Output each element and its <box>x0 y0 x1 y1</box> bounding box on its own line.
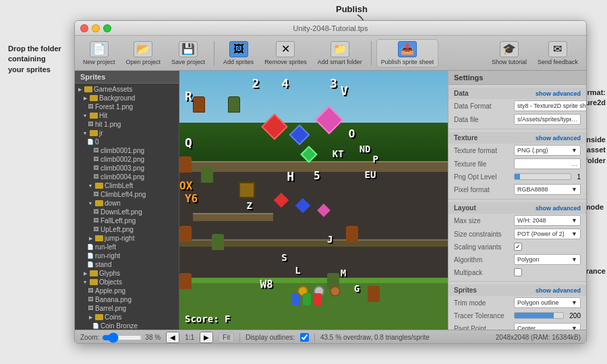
settings-data-file-value[interactable]: s/Assets/sprites/typehari … <box>514 114 581 125</box>
tree-item[interactable]: 🖼Forest 1.png <box>75 102 179 111</box>
tree-item-icon: 🖼 <box>86 297 95 303</box>
tree-item[interactable]: ▶GameAssets <box>75 85 179 94</box>
tree-item[interactable]: ▼Hit <box>75 111 179 120</box>
sprites-panel: Sprites ▶GameAssets▶Background🖼Forest 1.… <box>75 71 179 330</box>
settings-texture-file-row: Texture file … <box>449 157 586 171</box>
settings-sprites-label: Sprites <box>454 286 477 294</box>
tree-item-label: Coin Bronze <box>100 322 179 330</box>
tree-item[interactable]: 🖼hit 1.png <box>75 120 179 129</box>
settings-texture-format-value[interactable]: PNG (.png) ▼ <box>514 145 581 156</box>
canvas-letter-w8: W8 <box>260 278 272 291</box>
settings-max-size-value[interactable]: W/H: 2048 ▼ <box>514 215 581 226</box>
tree-item-icon: 🖼 <box>91 165 100 171</box>
settings-data-format-value[interactable]: sty8 - Texture2D sprite she ▼ <box>514 100 586 111</box>
settings-pivot-value[interactable]: Center ▼ <box>514 323 581 330</box>
tree-item[interactable]: 🖼UpLeft.png <box>75 225 179 234</box>
tree-item[interactable]: 📄run-right <box>75 251 179 260</box>
tree-item[interactable]: ▼ClimbLeft <box>75 181 179 190</box>
scaling-variants-checkbox[interactable]: ✓ <box>514 243 522 251</box>
sprites-tree[interactable]: ▶GameAssets▶Background🖼Forest 1.png▼Hit🖼… <box>75 84 179 330</box>
step-fwd-button[interactable]: ▶ <box>200 332 213 343</box>
minimize-button[interactable] <box>92 24 100 32</box>
status-step-controls[interactable]: ◀ 1:1 ▶ <box>166 332 213 343</box>
settings-multipack-row: Multipack <box>449 266 586 278</box>
zoom-slider[interactable] <box>102 334 142 341</box>
publish-button[interactable]: 📤 Publish sprite sheet <box>376 39 439 67</box>
settings-sprites-header[interactable]: Sprites show advanced <box>449 284 586 296</box>
tree-item[interactable]: 📄stand <box>75 260 179 269</box>
tree-item[interactable]: 🖼climb0002.png <box>75 155 179 164</box>
tree-item-label: GameAssets <box>94 86 179 93</box>
settings-pixel-format-value[interactable]: RGBA8888 ▼ <box>514 184 581 195</box>
settings-texture-show-advanced[interactable]: show advanced <box>536 135 581 142</box>
tree-item[interactable]: 🖼Banana.png <box>75 295 179 304</box>
browse-data-file[interactable]: … <box>571 116 577 123</box>
show-tutorial-button[interactable]: 🎓 Show tutorial <box>488 40 531 67</box>
tree-item[interactable]: 📄Coin Bronze <box>75 322 179 330</box>
tree-item[interactable]: 🖼climb0004.png <box>75 173 179 181</box>
new-project-button[interactable]: 📄 New project <box>79 40 119 67</box>
close-button[interactable] <box>80 24 88 32</box>
tree-item[interactable]: ▼Objects <box>75 278 179 286</box>
send-feedback-button[interactable]: ✉ Send feedback <box>533 40 582 67</box>
tree-item[interactable]: ▶Background <box>75 94 179 102</box>
png-opt-progress[interactable] <box>514 173 571 180</box>
tree-item[interactable]: 🖼Barrel.png <box>75 304 179 313</box>
tree-item[interactable]: 📄0 <box>75 138 179 146</box>
tree-item-icon: 🖼 <box>91 226 100 233</box>
canvas-letter-q: Q <box>185 135 192 150</box>
tree-item[interactable]: ▶jump-right <box>75 234 179 243</box>
tree-item[interactable]: ▼down <box>75 199 179 208</box>
fit-button[interactable]: Fit <box>219 332 234 342</box>
tree-item[interactable]: 🖼ClimbLeft4.png <box>75 190 179 199</box>
settings-texture-header[interactable]: Texture show advanced <box>449 132 586 144</box>
settings-layout-show-advanced[interactable]: show advanced <box>536 205 581 212</box>
toolbar: 📄 New project 📂 Open project 💾 Save proj… <box>75 36 586 71</box>
tree-item[interactable]: ▶Glyphs <box>75 269 179 278</box>
open-project-button[interactable]: 📂 Open project <box>122 40 165 67</box>
tree-item[interactable]: ▶Coins <box>75 313 179 322</box>
tracer-progress[interactable] <box>514 312 564 319</box>
tree-item[interactable]: 🖼climb0003.png <box>75 164 179 173</box>
settings-data-section: Data show advanced Data Format sty8 - Te… <box>449 85 586 129</box>
save-project-button[interactable]: 💾 Save project <box>167 40 209 67</box>
tree-item[interactable]: 🖼climb0001.png <box>75 146 179 155</box>
tracer-fill <box>515 313 554 318</box>
settings-texture-file-value[interactable]: … <box>514 158 581 169</box>
tree-item[interactable]: 🖼DownLeft.png <box>75 208 179 216</box>
remove-sprites-button[interactable]: ✕ Remove sprites <box>260 40 311 67</box>
settings-size-constraints-value[interactable]: POT (Power of 2) ▼ <box>514 229 581 239</box>
multipack-checkbox[interactable] <box>514 268 522 276</box>
settings-layout-label: Layout <box>454 204 476 212</box>
tree-item-icon: ▼ <box>80 280 90 284</box>
canvas-letter-z: Z <box>247 200 252 211</box>
settings-scaling-label: Scaling variants <box>454 243 511 251</box>
tree-item[interactable]: 🖼Apple.png <box>75 286 179 295</box>
display-outlines-checkbox[interactable] <box>300 333 309 342</box>
status-bar: Zoom: 38 % ◀ 1:1 ▶ Fit Display outlines:… <box>75 330 586 344</box>
add-smart-folder-button[interactable]: 📁 Add smart folder <box>314 40 366 67</box>
settings-algorithm-label: Algorithm <box>454 256 511 264</box>
step-back-button[interactable]: ◀ <box>166 332 179 343</box>
browse-texture-file[interactable]: … <box>571 160 577 167</box>
settings-sprites-show-advanced[interactable]: show advanced <box>536 287 581 294</box>
canvas-letter-y6: Y6 <box>185 192 198 205</box>
dropdown-arrow-trim: ▼ <box>571 299 577 306</box>
settings-algorithm-value[interactable]: Polygon ▼ <box>514 254 581 265</box>
maximize-button[interactable] <box>103 24 111 32</box>
add-sprites-button[interactable]: 🖼 Add sprites <box>219 40 258 67</box>
canvas-letter-g: G <box>354 283 359 294</box>
settings-data-show-advanced[interactable]: show advanced <box>536 90 581 97</box>
dropdown-arrow-pixel: ▼ <box>571 186 577 193</box>
tree-item[interactable]: 🖼FallLeft.png <box>75 216 179 225</box>
sprites-panel-header: Sprites <box>75 71 179 84</box>
character-6 <box>212 234 224 250</box>
png-opt-fill <box>515 174 520 179</box>
settings-layout-header[interactable]: Layout show advanced <box>449 202 586 214</box>
settings-trim-mode-value[interactable]: Polygon outline ▼ <box>514 297 581 308</box>
settings-data-header[interactable]: Data show advanced <box>449 88 586 99</box>
tree-item[interactable]: 📄run-left <box>75 243 179 251</box>
main-content: Sprites ▶GameAssets▶Background🖼Forest 1.… <box>75 71 586 330</box>
tree-item[interactable]: ▼jr <box>75 129 179 138</box>
canvas-area[interactable]: Score: F R 2 4 3 Q H 5 OX V O KT ND P EU… <box>179 71 448 330</box>
